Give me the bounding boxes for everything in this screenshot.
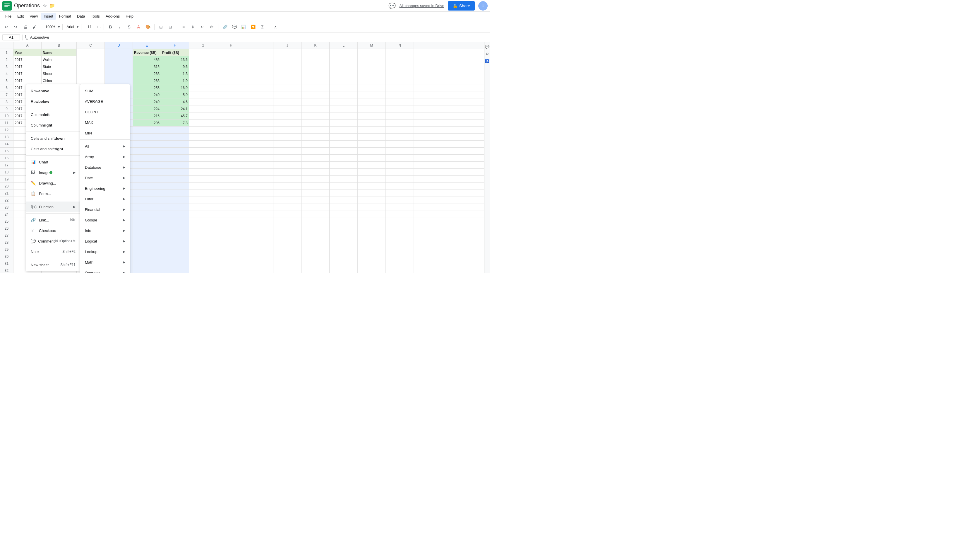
col-header-E[interactable]: E [133,42,161,49]
side-accessibility-icon[interactable]: ♿ [485,59,490,63]
zoom-dropdown-icon[interactable]: ▾ [58,25,60,29]
fn-engineering[interactable]: Engineering ▶ [80,183,130,194]
menu-view[interactable]: View [27,13,41,20]
menu-insert[interactable]: Insert [41,13,56,20]
fn-financial[interactable]: Financial ▶ [80,204,130,215]
menu-help[interactable]: Help [123,13,137,20]
menu-addons[interactable]: Add-ons [103,13,123,20]
cell-K1[interactable] [301,49,329,56]
row-num-29[interactable]: 29 [0,246,13,253]
fn-database[interactable]: Database ▶ [80,162,130,172]
cell-F1[interactable]: Profit ($B) [161,49,189,56]
fn-logical[interactable]: Logical ▶ [80,236,130,246]
row-num-6[interactable]: 6 [0,85,13,91]
cell-M1[interactable] [358,49,386,56]
row-num-30[interactable]: 30 [0,253,13,260]
paint-format-button[interactable]: 🖌 [30,23,39,31]
fn-operator[interactable]: Operator ▶ [80,267,130,273]
fn-lookup[interactable]: Lookup ▶ [80,246,130,257]
fn-array[interactable]: Array ▶ [80,152,130,162]
cell-L1[interactable] [329,49,358,56]
insert-column-left[interactable]: Column left [26,109,80,120]
cell-G3[interactable] [189,63,217,70]
row-num-20[interactable]: 20 [0,183,13,190]
chart-tb-button[interactable]: 📊 [239,23,248,31]
row-num-31[interactable]: 31 [0,260,13,267]
fn-math[interactable]: Math ▶ [80,257,130,267]
fn-all[interactable]: All ▶ [80,141,130,152]
cell-B2[interactable]: Walm [41,56,77,63]
cell-I2[interactable] [245,56,274,63]
row-num-28[interactable]: 28 [0,239,13,246]
cell-N1[interactable] [386,49,414,56]
col-header-H[interactable]: H [217,42,245,49]
insert-row-below[interactable]: Row below [26,96,80,107]
cell-C3[interactable] [77,63,105,70]
link-tb-button[interactable]: 🔗 [221,23,229,31]
cell-A2[interactable]: 2017 [13,56,41,63]
menu-file[interactable]: File [2,13,14,20]
cell-M2[interactable] [358,56,386,63]
bold-button[interactable]: B [106,23,115,31]
menu-data[interactable]: Data [74,13,88,20]
side-chat-icon[interactable]: 💬 [485,45,490,49]
col-header-N[interactable]: N [386,42,414,49]
insert-column-right[interactable]: Column right [26,120,80,130]
collapse-button[interactable]: ∧ [271,23,280,31]
rotate-button[interactable]: ⟳ [208,23,216,31]
insert-checkbox[interactable]: ☑ Checkbox [26,225,80,236]
zoom-selector[interactable]: 100% [44,25,57,29]
folder-icon[interactable]: 📁 [49,3,55,8]
row-num-5[interactable]: 5 [0,77,13,85]
row-num-26[interactable]: 26 [0,225,13,232]
row-num-24[interactable]: 24 [0,211,13,218]
insert-cells-right[interactable]: Cells and shift right [26,144,80,154]
function-tb-button[interactable]: Σ [258,23,266,31]
insert-cells-down[interactable]: Cells and shift down [26,133,80,144]
valign-button[interactable]: ⇕ [189,23,197,31]
cell-A1[interactable]: Year [13,49,41,56]
row-num-14[interactable]: 14 [0,140,13,148]
cell-D2[interactable] [105,56,133,63]
menu-format[interactable]: Format [56,13,74,20]
row-num-7[interactable]: 7 [0,91,13,98]
cell-H2[interactable] [217,56,245,63]
cell-H1[interactable] [217,49,245,56]
menu-edit[interactable]: Edit [14,13,27,20]
filter-tb-button[interactable]: 🔽 [249,23,257,31]
avatar[interactable]: U [478,1,488,11]
col-header-M[interactable]: M [358,42,386,49]
row-num-27[interactable]: 27 [0,232,13,239]
insert-function[interactable]: f(x) Function ▶ [26,201,80,212]
cell-J1[interactable] [274,49,301,56]
font-dropdown-icon[interactable]: ▾ [77,25,79,29]
cell-B1[interactable]: Name [41,49,77,56]
fn-info[interactable]: Info ▶ [80,225,130,236]
col-header-J[interactable]: J [274,42,301,49]
row-num-11[interactable]: 11 [0,120,13,126]
font-selector[interactable]: Arial [65,24,76,30]
col-header-B[interactable]: B [41,42,77,49]
font-size-input[interactable]: 11 [84,24,95,30]
comment-tb-button[interactable]: 💬 [230,23,238,31]
row-num-22[interactable]: 22 [0,197,13,204]
row-num-17[interactable]: 17 [0,162,13,169]
row-num-12[interactable]: 12 [0,126,13,134]
fill-color-button[interactable]: 🎨 [144,23,152,31]
row-num-32[interactable]: 32 [0,267,13,273]
cell-A3[interactable]: 2017 [13,63,41,70]
row-num-21[interactable]: 21 [0,190,13,197]
cell-B4[interactable]: Sinop [41,70,77,77]
row-num-4[interactable]: 4 [0,70,13,77]
cell-G2[interactable] [189,56,217,63]
row-num-15[interactable]: 15 [0,148,13,155]
fn-filter[interactable]: Filter ▶ [80,194,130,204]
wrap-button[interactable]: ↵ [198,23,206,31]
fn-max[interactable]: MAX [80,117,130,128]
col-header-D[interactable]: D [105,42,133,49]
cell-E3[interactable]: 315 [133,63,161,70]
row-num-19[interactable]: 19 [0,176,13,183]
insert-image[interactable]: 🖼 Image ▶ [26,167,80,178]
cell-K2[interactable] [301,56,329,63]
print-button[interactable]: 🖨 [21,23,29,31]
